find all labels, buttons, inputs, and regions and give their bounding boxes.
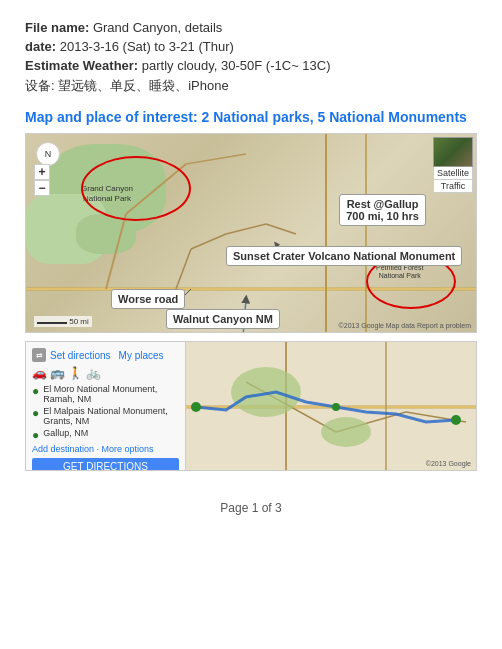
directions-icon: ⇄	[32, 348, 46, 362]
svg-line-6	[191, 234, 226, 249]
svg-line-4	[186, 154, 246, 164]
location-1-text: El Moro National Monument, Ramah, NM	[43, 384, 179, 404]
directions-panel: ⇄ Set directions My places 🚗 🚌 🚶 🚲 ● El …	[26, 342, 186, 470]
satellite-panel: Satellite Traffic	[433, 137, 473, 193]
svg-point-23	[231, 367, 301, 417]
svg-line-2	[106, 214, 126, 289]
my-places-link[interactable]: My places	[119, 350, 164, 361]
rest-gallup-line2: 700 mi, 10 hrs	[346, 210, 419, 222]
directions-header: ⇄ Set directions My places	[32, 348, 179, 362]
date-line: date: 2013-3-16 (Sat) to 3-21 (Thur)	[25, 39, 477, 54]
filename-value: Grand Canyon, details	[93, 20, 222, 35]
map-copyright: ©2013 Google Map data Report a problem	[339, 322, 471, 329]
svg-point-24	[321, 417, 371, 447]
directions-map: ⇄ Set directions My places 🚗 🚌 🚶 🚲 ● El …	[25, 341, 477, 471]
equipment-line: 设备: 望远镜、单反、睡袋、iPhone	[25, 77, 477, 95]
date-value: 2013-3-16 (Sat) to 3-21 (Thur)	[60, 39, 234, 54]
bike-icon[interactable]: 🚲	[86, 366, 101, 380]
location-3: ● Gallup, NM	[32, 428, 179, 442]
page-footer: Page 1 of 3	[25, 501, 477, 515]
filename-line: File name: Grand Canyon, details	[25, 20, 477, 35]
location-3-text: Gallup, NM	[43, 428, 88, 438]
page-label: Page 1 of 3	[220, 501, 281, 515]
location-2-dot: ●	[32, 406, 39, 420]
rest-gallup-line1: Rest @Gallup	[346, 198, 419, 210]
transport-icons: 🚗 🚌 🚶 🚲	[32, 366, 179, 380]
map2-copyright: ©2013 Google	[426, 460, 471, 467]
meta-section: File name: Grand Canyon, details date: 2…	[25, 20, 477, 95]
traffic-label[interactable]: Traffic	[433, 180, 473, 193]
svg-point-25	[191, 402, 201, 412]
add-destination-link[interactable]: Add destination · More options	[32, 444, 179, 454]
date-label: date:	[25, 39, 56, 54]
location-1-dot: ●	[32, 384, 39, 398]
zoom-out-button[interactable]: −	[34, 180, 50, 196]
zoom-in-button[interactable]: +	[34, 164, 50, 180]
svg-line-5	[176, 249, 191, 289]
location-2: ● El Malpais National Monument, Grants, …	[32, 406, 179, 426]
svg-point-27	[451, 415, 461, 425]
weather-value: partly cloudy, 30-50F (-1C~ 13C)	[142, 58, 331, 73]
rest-gallup-callout: Rest @Gallup 700 mi, 10 hrs	[339, 194, 426, 226]
walnut-canyon-callout: Walnut Canyon NM	[166, 309, 280, 329]
map2-roads-svg	[186, 342, 477, 471]
location-2-text: El Malpais National Monument, Grants, NM	[43, 406, 179, 426]
satellite-thumbnail[interactable]	[433, 137, 473, 167]
main-map: N + − Satellite Traffic Rest @Gallup 700…	[25, 133, 477, 333]
car-icon[interactable]: 🚗	[32, 366, 47, 380]
map-section-title: Map and place of interest: 2 National pa…	[25, 109, 477, 125]
sunset-crater-callout: Sunset Crater Volcano National Monument	[226, 246, 462, 266]
scale-bar: 50 mi	[34, 316, 92, 327]
equipment-value: 设备: 望远镜、单反、睡袋、iPhone	[25, 78, 229, 93]
location-3-dot: ●	[32, 428, 39, 442]
svg-line-8	[266, 224, 296, 234]
location-1: ● El Moro National Monument, Ramah, NM	[32, 384, 179, 404]
zoom-controls: + −	[34, 164, 50, 196]
compass: N	[36, 142, 60, 166]
walk-icon[interactable]: 🚶	[68, 366, 83, 380]
weather-line: Estimate Weather: partly cloudy, 30-50F …	[25, 58, 477, 73]
worse-road-callout: Worse road	[111, 289, 185, 309]
set-directions-label[interactable]: Set directions	[50, 350, 111, 361]
grand-canyon-oval	[81, 156, 191, 221]
transit-icon[interactable]: 🚌	[50, 366, 65, 380]
filename-label: File name:	[25, 20, 89, 35]
svg-line-7	[226, 224, 266, 234]
weather-label: Estimate Weather:	[25, 58, 138, 73]
satellite-label[interactable]: Satellite	[433, 167, 473, 180]
svg-point-26	[332, 403, 340, 411]
get-directions-button[interactable]: GET DIRECTIONS	[32, 458, 179, 470]
